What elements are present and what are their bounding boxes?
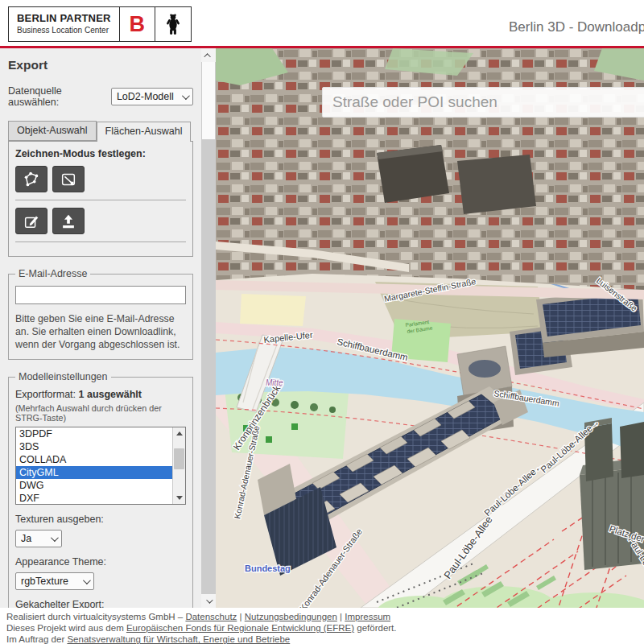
texturen-select[interactable]: Ja [15, 530, 62, 547]
map-3d-scene[interactable]: Kapelle-Ufer Schiffbauerdamm Schiffbauer… [216, 48, 644, 608]
sidebar-scrollbar-thumb[interactable] [202, 62, 215, 139]
export-format-line: Exportformat: 1 ausgewählt [15, 389, 186, 400]
format-option-citygml[interactable]: CityGML [16, 466, 172, 479]
footer-realisiert-text: Realisiert durch virtualcitysystems GmbH… [6, 612, 185, 621]
multi-select-hint: (Mehrfach Auswahl durch drücken der STRG… [15, 403, 186, 423]
page-title: Berlin 3D - Downloadportal [509, 19, 644, 35]
scrollbar-thumb[interactable] [174, 448, 184, 469]
draw-mode-label: Zeichnen-Modus festlegen: [15, 148, 186, 159]
email-help-text: Bitte geben Sie eine E-Mail-Adresse an. … [15, 312, 186, 351]
export-format-listbox: 3DPDF 3DS COLLADA CityGML DWG DXF [15, 427, 186, 505]
logo-line1: BERLIN PARTNER [17, 12, 111, 24]
upload-icon [60, 213, 77, 230]
sidebar-scrollbar[interactable] [201, 48, 216, 608]
berlin-bear-icon [155, 7, 191, 41]
footer-line-3: Im Auftrag der Senatsverwaltung für Wirt… [6, 634, 644, 644]
footer-projekt-text: Dieses Projekt wird aus dem [6, 623, 126, 633]
chevron-down-icon [51, 534, 59, 542]
nutzungsbedingungen-link[interactable]: Nutzungsbedingungen [245, 612, 337, 621]
draw-mode-panel: Zeichnen-Modus festlegen: [8, 141, 193, 257]
tab-flaechen-auswahl[interactable]: Flächen-Auswahl [97, 122, 192, 142]
datasource-label: Datenquelle auswählen: [8, 85, 105, 108]
export-format-count: 1 ausgewählt [79, 389, 142, 400]
appearance-select[interactable]: rgbTexture [15, 572, 94, 590]
tab-objekt-auswahl[interactable]: Objekt-Auswahl [8, 121, 97, 141]
logo-text: BERLIN PARTNER Business Location Center [9, 7, 120, 41]
email-field[interactable] [15, 286, 186, 304]
chevron-down-icon [83, 576, 91, 584]
export-format-label: Exportformat: [15, 389, 79, 400]
email-fieldset: E-Mail-Adresse Bitte geben Sie eine E-Ma… [8, 268, 193, 360]
listbox-scrollbar[interactable] [172, 427, 185, 504]
gekachelt-label: Gekachelter Export: [15, 599, 186, 608]
footer-line-2: Dieses Projekt wird aus dem Europäischen… [6, 622, 644, 634]
footer-auftrag-text: Im Auftrag der [6, 634, 67, 644]
upload-geometry-button[interactable] [52, 208, 85, 234]
impressum-link[interactable]: Impressum [345, 612, 390, 621]
header: BERLIN PARTNER Business Location Center … [0, 0, 644, 46]
map-3d-viewport[interactable]: Kapelle-Ufer Schiffbauerdamm Schiffbauer… [216, 48, 644, 608]
model-settings-fieldset: Modelleinstellungen Exportformat: 1 ausg… [8, 371, 193, 608]
datasource-select[interactable]: LoD2-Modell [111, 88, 193, 105]
datenschutz-link[interactable]: Datenschutz [185, 612, 237, 621]
edit-pencil-icon [23, 213, 40, 230]
model-settings-legend: Modelleinstellungen [15, 371, 111, 382]
format-option-3ds[interactable]: 3DS [16, 440, 172, 453]
logo-line2: Business Location Center [17, 26, 111, 35]
format-option-collada[interactable]: COLLADA [16, 453, 172, 466]
email-legend: E-Mail-Adresse [15, 268, 90, 279]
draw-polygon-button[interactable] [15, 166, 47, 192]
export-sidebar: Export Datenquelle auswählen: LoD2-Model… [0, 48, 201, 608]
appearance-label: Appearance Theme: [15, 556, 186, 568]
footer: Realisiert durch virtualcitysystems GmbH… [0, 608, 644, 644]
chevron-down-icon [182, 92, 190, 100]
edit-selection-button[interactable] [15, 208, 47, 234]
logo-b-mark: B [120, 7, 155, 41]
senatsverwaltung-link[interactable]: Senatsverwaltung für Wirtschaft, Energie… [67, 634, 290, 644]
draw-bbox-button[interactable] [52, 166, 85, 192]
box-select-icon [60, 171, 77, 188]
texturen-label: Texturen ausgeben: [15, 514, 186, 525]
search-input[interactable] [332, 93, 644, 111]
datasource-value: LoD2-Modell [117, 91, 174, 102]
appearance-value: rgbTexture [21, 576, 68, 587]
scroll-up-arrow[interactable] [173, 427, 185, 440]
format-option-dxf[interactable]: DXF [16, 492, 172, 505]
polygon-draw-icon [23, 171, 40, 188]
sidebar-scroll-down-arrow[interactable] [201, 594, 216, 608]
efre-link[interactable]: Europäischen Fonds für Regionale Entwick… [126, 623, 354, 633]
format-option-3dpdf[interactable]: 3DPDF [16, 427, 172, 440]
format-option-dwg[interactable]: DWG [16, 479, 172, 492]
sidebar-title: Export [8, 58, 193, 72]
map-label-bundestag: Bundestag [245, 564, 291, 573]
sidebar-scroll-up-arrow[interactable] [201, 48, 216, 62]
texturen-value: Ja [21, 533, 31, 544]
footer-line-1: Realisiert durch virtualcitysystems GmbH… [6, 611, 644, 622]
scroll-down-arrow[interactable] [173, 492, 185, 504]
map-search-box [322, 87, 644, 118]
berlin-partner-logo[interactable]: BERLIN PARTNER Business Location Center … [8, 6, 192, 42]
selection-tabs: Objekt-Auswahl Flächen-Auswahl [8, 121, 193, 141]
map-label-mitte: Mitte [266, 378, 283, 387]
